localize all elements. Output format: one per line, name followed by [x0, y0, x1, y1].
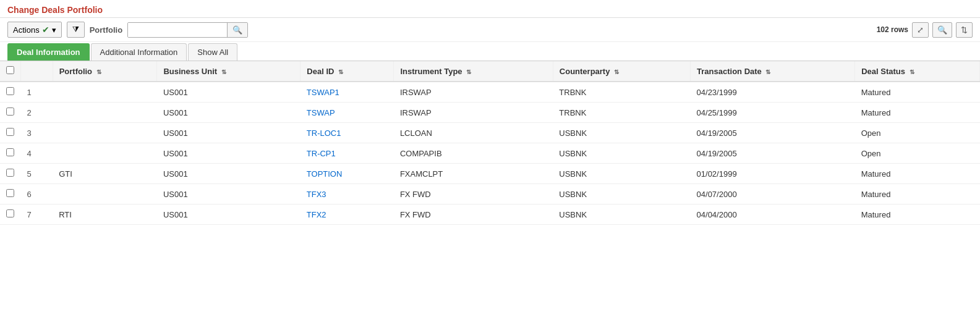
- tab-show-all[interactable]: Show All: [188, 43, 237, 61]
- deal-id-cell[interactable]: TFX2: [300, 204, 394, 225]
- deal-id-cell[interactable]: TOPTION: [300, 164, 394, 184]
- deal-id-link[interactable]: TFX2: [307, 210, 326, 219]
- deal-status-header[interactable]: Deal Status ⇅: [855, 61, 980, 82]
- row-checkbox-cell: [0, 204, 21, 225]
- row-checkbox-cell: [0, 82, 21, 103]
- portfolio-cell: RTI: [53, 204, 157, 225]
- business-unit-cell: US001: [157, 204, 300, 225]
- instrument-type-cell: FXAMCLPT: [394, 164, 553, 184]
- table-row: 7 RTI US001 TFX2 FX FWD USBNK 04/04/2000…: [0, 204, 980, 225]
- row-checkbox-cell: [0, 184, 21, 204]
- portfolio-header[interactable]: Portfolio ⇅: [53, 61, 157, 82]
- deal-id-link[interactable]: TFX3: [307, 190, 326, 199]
- transaction-date-sort-icon: ⇅: [765, 69, 770, 75]
- portfolio-label: Portfolio: [90, 25, 122, 35]
- deal-id-cell[interactable]: TSWAP1: [300, 82, 394, 103]
- table-row: 3 US001 TR-LOC1 LCLOAN USBNK 04/19/2005 …: [0, 123, 980, 143]
- select-all-checkbox[interactable]: [6, 66, 14, 74]
- deal-id-link[interactable]: TSWAP: [307, 108, 335, 117]
- business-unit-header[interactable]: Business Unit ⇅: [157, 61, 300, 82]
- counterparty-sort-icon: ⇅: [614, 69, 619, 75]
- filter-icon: ⧩: [72, 25, 79, 34]
- table-row: 6 US001 TFX3 FX FWD USBNK 04/07/2000 Mat…: [0, 184, 980, 204]
- business-unit-cell: US001: [157, 103, 300, 123]
- row-number: 3: [21, 123, 53, 143]
- instrument-type-cell: IRSWAP: [394, 103, 553, 123]
- portfolio-cell: [53, 123, 157, 143]
- counterparty-cell: USBNK: [553, 123, 690, 143]
- portfolio-sort-icon: ⇅: [96, 69, 101, 75]
- counterparty-cell: USBNK: [553, 204, 690, 225]
- counterparty-cell: TRBNK: [553, 82, 690, 103]
- transaction-date-cell: 04/07/2000: [691, 184, 855, 204]
- deal-id-cell[interactable]: TSWAP: [300, 103, 394, 123]
- row-number: 4: [21, 143, 53, 164]
- instrument-type-cell: FX FWD: [394, 184, 553, 204]
- row-checkbox-6[interactable]: [6, 209, 14, 217]
- row-checkbox-cell: [0, 103, 21, 123]
- row-number: 6: [21, 184, 53, 204]
- deal-status-cell: Matured: [855, 164, 980, 184]
- business-unit-cell: US001: [157, 143, 300, 164]
- actions-button[interactable]: Actions ✔ ▾: [7, 22, 62, 38]
- transaction-date-header[interactable]: Transaction Date ⇅: [691, 61, 855, 82]
- deal-id-cell[interactable]: TR-LOC1: [300, 123, 394, 143]
- row-num-header: [21, 61, 53, 82]
- deal-status-sort-icon: ⇅: [910, 69, 914, 75]
- transaction-date-cell: 01/02/1999: [691, 164, 855, 184]
- deal-id-cell[interactable]: TFX3: [300, 184, 394, 204]
- instrument-type-cell: IRSWAP: [394, 82, 553, 103]
- page-title: Change Deals Portfolio: [7, 5, 103, 15]
- deal-id-link[interactable]: TR-CP1: [307, 149, 336, 158]
- table-row: 5 GTI US001 TOPTION FXAMCLPT USBNK 01/02…: [0, 164, 980, 184]
- instrument-type-header[interactable]: Instrument Type ⇅: [394, 61, 553, 82]
- find-icon: 🔍: [937, 25, 947, 35]
- counterparty-cell: USBNK: [553, 164, 690, 184]
- deal-id-link[interactable]: TSWAP1: [307, 88, 339, 97]
- row-checkbox-4[interactable]: [6, 169, 14, 177]
- deal-status-cell: Matured: [855, 103, 980, 123]
- row-number: 5: [21, 164, 53, 184]
- sort-icon: ⇅: [961, 25, 968, 35]
- tabs-container: Deal Information Additional Information …: [0, 43, 980, 61]
- deal-id-link[interactable]: TR-LOC1: [307, 129, 341, 138]
- table-row: 1 US001 TSWAP1 IRSWAP TRBNK 04/23/1999 M…: [0, 82, 980, 103]
- portfolio-search-button[interactable]: 🔍: [227, 23, 247, 37]
- sort-button[interactable]: ⇅: [956, 22, 973, 38]
- row-checkbox-cell: [0, 164, 21, 184]
- transaction-date-cell: 04/25/1999: [691, 103, 855, 123]
- instrument-type-cell: COMPAPIB: [394, 143, 553, 164]
- row-number: 7: [21, 204, 53, 225]
- row-number: 1: [21, 82, 53, 103]
- deal-status-cell: Matured: [855, 184, 980, 204]
- row-checkbox-cell: [0, 123, 21, 143]
- filter-button[interactable]: ⧩: [67, 22, 85, 38]
- actions-label: Actions: [13, 25, 40, 35]
- row-checkbox-0[interactable]: [6, 87, 14, 95]
- portfolio-search-box: 🔍: [127, 22, 248, 38]
- actions-dropdown-icon: ▾: [52, 25, 56, 35]
- deal-id-header[interactable]: Deal ID ⇅: [300, 61, 394, 82]
- business-unit-sort-icon: ⇅: [221, 69, 226, 75]
- portfolio-cell: [53, 184, 157, 204]
- row-checkbox-1[interactable]: [6, 107, 14, 116]
- portfolio-search-input[interactable]: [128, 23, 227, 37]
- tab-deal-information[interactable]: Deal Information: [7, 43, 90, 61]
- deal-status-cell: Matured: [855, 204, 980, 225]
- row-checkbox-3[interactable]: [6, 148, 14, 156]
- table-row: 4 US001 TR-CP1 COMPAPIB USBNK 04/19/2005…: [0, 143, 980, 164]
- row-checkbox-5[interactable]: [6, 189, 14, 197]
- portfolio-cell: [53, 103, 157, 123]
- tab-additional-information[interactable]: Additional Information: [91, 43, 187, 61]
- deals-table: Portfolio ⇅ Business Unit ⇅ Deal ID ⇅ In…: [0, 61, 980, 225]
- row-checkbox-2[interactable]: [6, 128, 14, 136]
- business-unit-cell: US001: [157, 184, 300, 204]
- deal-id-link[interactable]: TOPTION: [307, 169, 343, 179]
- transaction-date-cell: 04/23/1999: [691, 82, 855, 103]
- deal-id-cell[interactable]: TR-CP1: [300, 143, 394, 164]
- counterparty-cell: USBNK: [553, 143, 690, 164]
- expand-button[interactable]: ⤢: [912, 22, 929, 38]
- select-all-header: [0, 61, 21, 82]
- find-button[interactable]: 🔍: [932, 22, 952, 38]
- counterparty-header[interactable]: Counterparty ⇅: [553, 61, 690, 82]
